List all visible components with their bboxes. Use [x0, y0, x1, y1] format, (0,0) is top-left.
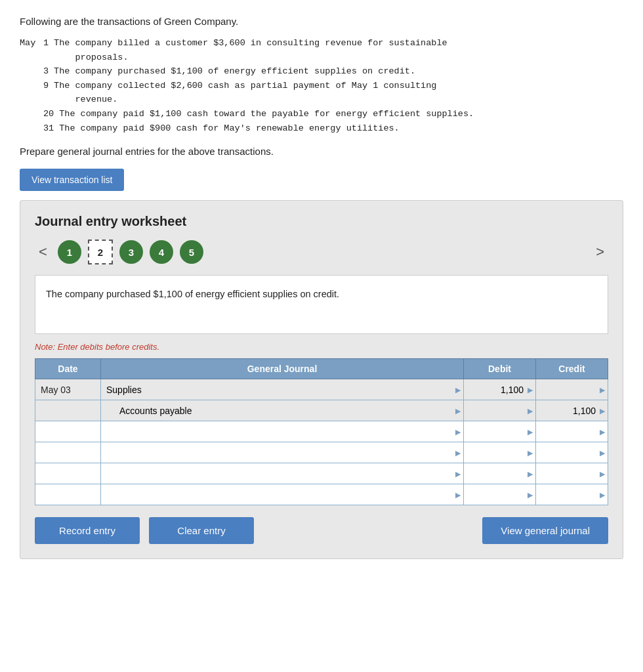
intro-heading: Following are the transactions of Green …	[20, 16, 623, 27]
row1-debit-input[interactable]	[469, 385, 524, 395]
row5-journal[interactable]	[101, 463, 464, 484]
row5-credit-input[interactable]	[541, 469, 596, 479]
row1-date: May 03	[35, 379, 101, 400]
row6-journal[interactable]	[101, 484, 464, 505]
transaction-2-text: The company purchased $1,100 of energy e…	[54, 64, 623, 79]
journal-table: Date General Journal Debit Credit May 03	[35, 358, 608, 505]
row4-date	[35, 442, 101, 463]
row3-debit-input[interactable]	[469, 427, 524, 437]
bottom-buttons: Record entry Clear entry View general jo…	[35, 517, 608, 544]
row1-credit[interactable]	[536, 379, 608, 400]
step-btn-1[interactable]: 1	[58, 240, 81, 264]
header-general-journal: General Journal	[101, 359, 464, 379]
row5-debit-input[interactable]	[469, 469, 524, 479]
view-transaction-btn[interactable]: View transaction list	[20, 169, 124, 191]
row2-date	[35, 400, 101, 421]
header-credit: Credit	[536, 359, 608, 379]
view-general-journal-button[interactable]: View general journal	[482, 517, 608, 544]
row4-credit-input[interactable]	[541, 448, 596, 458]
transaction-description: The company purchased $1,100 of energy e…	[35, 275, 608, 334]
row2-credit[interactable]	[536, 400, 608, 421]
row3-journal[interactable]	[101, 421, 464, 442]
row6-debit-input[interactable]	[469, 490, 524, 500]
table-row	[35, 442, 608, 463]
row3-credit[interactable]	[536, 421, 608, 442]
row5-journal-input[interactable]	[106, 469, 451, 479]
row5-debit[interactable]	[464, 463, 536, 484]
record-entry-button[interactable]: Record entry	[35, 517, 140, 544]
transaction-1-text: The company billed a customer $3,600 in …	[54, 36, 623, 64]
table-row	[35, 463, 608, 484]
day-9: 9	[43, 79, 54, 93]
row1-journal-input[interactable]	[106, 385, 451, 395]
worksheet-container: Journal entry worksheet < 1 2 3 4 5 > Th…	[20, 200, 623, 559]
row1-debit[interactable]	[464, 379, 536, 400]
row3-debit[interactable]	[464, 421, 536, 442]
table-row: May 03	[35, 379, 608, 400]
row6-debit[interactable]	[464, 484, 536, 505]
clear-entry-button[interactable]: Clear entry	[149, 517, 254, 544]
row4-debit-input[interactable]	[469, 448, 524, 458]
prepare-text: Prepare general journal entries for the …	[20, 146, 623, 157]
step-btn-2[interactable]: 2	[88, 240, 113, 264]
row5-date	[35, 463, 101, 484]
day-31: 31	[43, 121, 59, 136]
row1-credit-input[interactable]	[541, 385, 596, 395]
may-label: May	[20, 36, 43, 51]
nav-left-arrow[interactable]: <	[35, 242, 51, 262]
transaction-5-text: The company paid $900 cash for May's ren…	[59, 121, 623, 136]
row4-journal-input[interactable]	[106, 448, 451, 458]
day-1: 1	[43, 36, 54, 51]
row2-credit-input[interactable]	[541, 406, 596, 416]
day-3: 3	[43, 64, 54, 79]
worksheet-title: Journal entry worksheet	[35, 214, 608, 229]
row4-credit[interactable]	[536, 442, 608, 463]
transactions-list: May 1 The company billed a customer $3,6…	[20, 36, 623, 135]
row2-debit[interactable]	[464, 400, 536, 421]
step-btn-4[interactable]: 4	[150, 240, 173, 264]
day-20: 20	[43, 107, 59, 121]
header-debit: Debit	[464, 359, 536, 379]
row3-date	[35, 421, 101, 442]
table-row	[35, 421, 608, 442]
row6-credit[interactable]	[536, 484, 608, 505]
note-text: Note: Enter debits before credits.	[35, 342, 608, 352]
step-btn-3[interactable]: 3	[119, 240, 143, 264]
row4-journal[interactable]	[101, 442, 464, 463]
row5-credit[interactable]	[536, 463, 608, 484]
row3-credit-input[interactable]	[541, 427, 596, 437]
transaction-4-text: The company paid $1,100 cash toward the …	[59, 107, 623, 121]
nav-row: < 1 2 3 4 5 >	[35, 240, 608, 264]
row3-journal-input[interactable]	[106, 427, 451, 437]
row6-credit-input[interactable]	[541, 490, 596, 500]
row1-journal[interactable]	[101, 379, 464, 400]
row6-journal-input[interactable]	[106, 490, 451, 500]
row6-date	[35, 484, 101, 505]
header-date: Date	[35, 359, 101, 379]
table-row	[35, 400, 608, 421]
row2-journal[interactable]	[101, 400, 464, 421]
step-btn-5[interactable]: 5	[180, 240, 203, 264]
transaction-3-text: The company collected $2,600 cash as par…	[54, 79, 623, 107]
row4-debit[interactable]	[464, 442, 536, 463]
nav-right-arrow[interactable]: >	[592, 242, 608, 262]
row2-journal-input[interactable]	[119, 406, 451, 416]
table-row	[35, 484, 608, 505]
row2-debit-input[interactable]	[469, 406, 524, 416]
